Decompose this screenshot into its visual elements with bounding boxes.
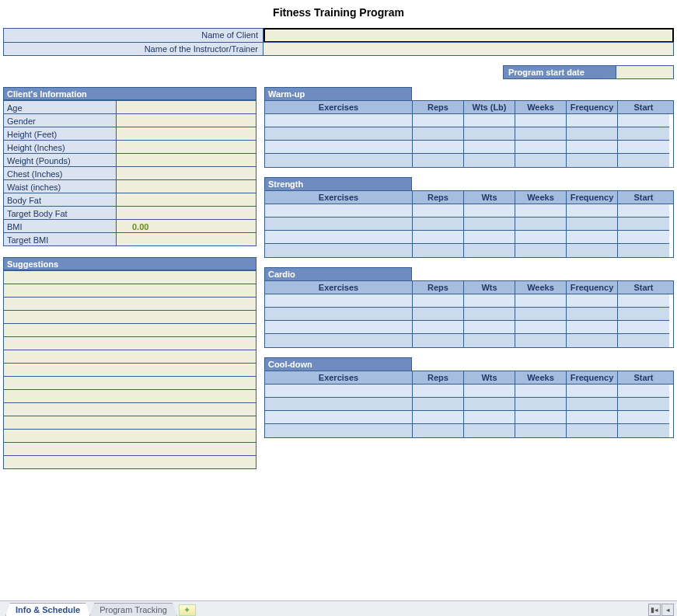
cell[interactable]: [464, 127, 515, 141]
client-name-input[interactable]: [263, 28, 674, 42]
table-row[interactable]: [265, 424, 673, 437]
list-item[interactable]: [4, 271, 256, 284]
cell[interactable]: [567, 294, 618, 308]
list-item[interactable]: [4, 284, 256, 298]
table-row[interactable]: [265, 204, 673, 218]
cell[interactable]: [567, 154, 618, 167]
cell[interactable]: [515, 244, 567, 257]
cell[interactable]: [413, 411, 464, 424]
suggestion-cell[interactable]: [4, 271, 256, 284]
cell[interactable]: [464, 114, 515, 127]
table-row[interactable]: [265, 141, 673, 154]
info-value[interactable]: [117, 114, 256, 127]
cell[interactable]: [464, 411, 515, 424]
cell[interactable]: [618, 154, 669, 167]
table-row[interactable]: [265, 231, 673, 244]
info-value[interactable]: [117, 101, 256, 114]
list-item[interactable]: [4, 324, 256, 337]
table-row[interactable]: [265, 154, 673, 167]
cell[interactable]: [567, 398, 618, 411]
cell[interactable]: [618, 321, 669, 334]
cell[interactable]: [265, 424, 413, 437]
suggestion-cell[interactable]: [4, 443, 256, 456]
cell[interactable]: [567, 334, 618, 347]
cell[interactable]: [265, 127, 413, 141]
cell[interactable]: [464, 334, 515, 347]
suggestion-cell[interactable]: [4, 337, 256, 350]
info-value[interactable]: [117, 207, 256, 220]
list-item[interactable]: [4, 430, 256, 443]
cell[interactable]: [413, 244, 464, 257]
cell[interactable]: [265, 411, 413, 424]
cell[interactable]: [515, 127, 567, 141]
cell[interactable]: [265, 321, 413, 334]
cell[interactable]: [413, 154, 464, 167]
suggestion-cell[interactable]: [4, 430, 256, 443]
info-value[interactable]: [117, 180, 256, 193]
cell[interactable]: [618, 308, 669, 321]
cell[interactable]: [265, 218, 413, 231]
cell[interactable]: [515, 411, 567, 424]
table-row[interactable]: [265, 398, 673, 411]
cell[interactable]: [464, 308, 515, 321]
suggestion-cell[interactable]: [4, 324, 256, 337]
suggestion-cell[interactable]: [4, 456, 256, 469]
cell[interactable]: [515, 385, 567, 398]
table-row[interactable]: [265, 385, 673, 398]
list-item[interactable]: [4, 350, 256, 364]
cell[interactable]: [567, 244, 618, 257]
cell[interactable]: [265, 204, 413, 218]
table-row[interactable]: [265, 294, 673, 308]
cell[interactable]: [515, 294, 567, 308]
list-item[interactable]: [4, 377, 256, 390]
cell[interactable]: [618, 127, 669, 141]
cell[interactable]: [515, 334, 567, 347]
cell[interactable]: [618, 411, 669, 424]
cell[interactable]: [413, 424, 464, 437]
cell[interactable]: [464, 204, 515, 218]
suggestion-cell[interactable]: [4, 298, 256, 311]
cell[interactable]: [413, 398, 464, 411]
cell[interactable]: [618, 114, 669, 127]
cell[interactable]: [413, 218, 464, 231]
cell[interactable]: [567, 321, 618, 334]
cell[interactable]: [413, 204, 464, 218]
info-value[interactable]: [117, 193, 256, 207]
cell[interactable]: [567, 231, 618, 244]
cell[interactable]: [464, 424, 515, 437]
suggestion-cell[interactable]: [4, 364, 256, 377]
cell[interactable]: [515, 154, 567, 167]
cell[interactable]: [464, 244, 515, 257]
cell[interactable]: [265, 231, 413, 244]
table-row[interactable]: [265, 218, 673, 231]
cell[interactable]: [567, 204, 618, 218]
info-value[interactable]: 0.00: [117, 220, 256, 233]
cell[interactable]: [567, 385, 618, 398]
info-value[interactable]: [117, 167, 256, 180]
cell[interactable]: [618, 204, 669, 218]
cell[interactable]: [464, 218, 515, 231]
cell[interactable]: [413, 308, 464, 321]
cell[interactable]: [265, 385, 413, 398]
tab-info-schedule[interactable]: Info & Schedule: [5, 603, 90, 616]
cell[interactable]: [515, 321, 567, 334]
cell[interactable]: [618, 231, 669, 244]
cell[interactable]: [618, 385, 669, 398]
cell[interactable]: [265, 244, 413, 257]
cell[interactable]: [413, 141, 464, 154]
cell[interactable]: [618, 424, 669, 437]
cell[interactable]: [515, 308, 567, 321]
cell[interactable]: [413, 231, 464, 244]
table-row[interactable]: [265, 321, 673, 334]
cell[interactable]: [464, 398, 515, 411]
table-row[interactable]: [265, 308, 673, 321]
info-value[interactable]: [117, 233, 256, 246]
cell[interactable]: [413, 294, 464, 308]
suggestion-cell[interactable]: [4, 416, 256, 430]
cell[interactable]: [515, 231, 567, 244]
cell[interactable]: [515, 218, 567, 231]
suggestion-cell[interactable]: [4, 377, 256, 390]
program-start-date-input[interactable]: [616, 65, 674, 79]
cell[interactable]: [265, 398, 413, 411]
table-row[interactable]: [265, 334, 673, 347]
